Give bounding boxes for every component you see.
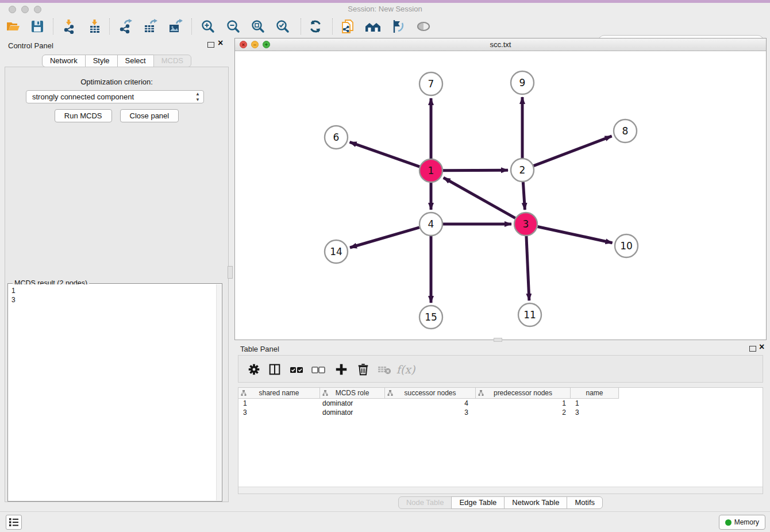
control-panel-title: Control Panel [8, 41, 53, 50]
zoom-fit-button[interactable] [249, 18, 267, 35]
table-settings-button[interactable] [247, 362, 261, 377]
create-column-button[interactable] [334, 362, 349, 377]
network-view-window: × − + scc.txt 7968124314101511 [234, 38, 767, 340]
gear-icon [247, 363, 261, 376]
float-panel-icon[interactable] [207, 42, 214, 48]
column-header-successor-nodes[interactable]: successor nodes [385, 388, 476, 399]
toolbar-separator [301, 18, 301, 34]
mcds-result-text[interactable]: 1 3 [9, 284, 215, 500]
tab-network-table[interactable]: Network Table [504, 496, 567, 509]
list-icon [9, 517, 19, 527]
window-title: Session: New Session [0, 5, 770, 13]
main-toolbar [0, 16, 770, 37]
graph-edge-3-10[interactable] [538, 226, 613, 242]
toolbar-separator [191, 18, 192, 34]
result-line: 3 [11, 295, 213, 304]
show-columns-button[interactable] [267, 362, 282, 377]
export-table-icon [143, 19, 157, 34]
graph-node-label-2: 2 [519, 164, 526, 176]
table-horizontal-scrollbar[interactable] [238, 487, 763, 494]
network-window-titlebar[interactable]: × − + scc.txt [235, 38, 766, 51]
network-graph: 7968124314101511 [235, 51, 766, 340]
zoom-selected-icon [275, 19, 290, 34]
open-folder-icon [6, 19, 21, 34]
result-scrollbar[interactable] [216, 284, 221, 500]
graph-edge-1-2[interactable] [443, 170, 508, 171]
graph-node-label-15: 15 [425, 311, 437, 323]
fx-icon: f(x) [396, 363, 415, 376]
column-header-mcds-role[interactable]: MCDS role [320, 388, 385, 399]
tab-edge-table[interactable]: Edge Table [451, 496, 505, 509]
graph-edge-3-1[interactable] [444, 178, 515, 218]
run-mcds-button[interactable]: Run MCDS [55, 109, 112, 122]
refresh-button[interactable] [307, 18, 324, 35]
horizontal-splitter-grip[interactable] [494, 338, 502, 342]
optimization-criterion-label: Optimization criterion: [5, 78, 228, 86]
graph-node-label-1: 1 [428, 165, 434, 176]
select-all-columns-button[interactable] [289, 362, 304, 377]
delete-table-button[interactable] [377, 362, 392, 377]
optimization-criterion-select[interactable]: strongly connected component ▲▼ [26, 90, 204, 103]
task-history-button[interactable] [6, 515, 22, 530]
close-panel-icon[interactable]: × [218, 38, 223, 48]
export-network-button[interactable] [117, 18, 134, 35]
clone-network-button[interactable] [339, 18, 356, 35]
graph-edge-4-14[interactable] [350, 228, 419, 248]
close-table-panel-icon[interactable]: × [759, 342, 764, 352]
hide-annotations-button[interactable] [389, 18, 406, 35]
zoom-out-button[interactable] [225, 18, 242, 35]
close-panel-button[interactable]: Close panel [120, 109, 179, 122]
tab-node-table[interactable]: Node Table [398, 496, 452, 509]
open-session-button[interactable] [5, 18, 22, 35]
export-image-button[interactable] [167, 18, 184, 35]
column-header-shared-name[interactable]: shared name [238, 388, 320, 399]
save-session-button[interactable] [29, 18, 46, 35]
float-table-panel-icon[interactable] [749, 346, 756, 352]
selected-option: strongly connected component [32, 92, 134, 101]
import-table-button[interactable] [86, 18, 103, 35]
hierarchy-icon [322, 390, 328, 396]
export-image-icon [168, 19, 183, 34]
graph-node-label-7: 7 [428, 78, 434, 90]
column-header-name[interactable]: name [571, 388, 619, 399]
export-table-button[interactable] [141, 18, 159, 35]
tab-select[interactable]: Select [117, 55, 154, 67]
graph-edge-1-6[interactable] [350, 142, 420, 167]
save-icon [30, 19, 45, 34]
delete-columns-button[interactable] [356, 362, 371, 377]
mcds-result-box: MCDS result (2 nodes) 1 3 [7, 283, 222, 502]
deselect-all-columns-button[interactable] [311, 362, 326, 377]
home-button[interactable] [364, 18, 382, 35]
tab-network[interactable]: Network [42, 55, 86, 67]
tab-style[interactable]: Style [85, 55, 118, 67]
control-panel: Control Panel × Network Style Select MCD… [0, 36, 233, 508]
table-row[interactable]: 1 dominator 4 1 1 [238, 399, 763, 408]
eye-icon [415, 19, 432, 34]
plus-icon [334, 363, 348, 376]
vertical-splitter-grip[interactable] [228, 266, 233, 279]
home-icon [364, 19, 382, 34]
graph-edge-2-8[interactable] [534, 136, 612, 166]
titlebar: Session: New Session [0, 3, 770, 16]
checked-boxes-icon [289, 362, 304, 377]
zoom-selected-button[interactable] [274, 18, 291, 35]
table-row[interactable]: 3 dominator 3 2 3 [238, 408, 763, 417]
function-builder-button[interactable]: f(x) [398, 362, 413, 377]
graph-edge-3-11[interactable] [526, 236, 529, 300]
hierarchy-icon [478, 390, 484, 396]
zoom-in-button[interactable] [199, 18, 217, 35]
show-graphics-button[interactable] [415, 18, 432, 35]
table-panel-title: Table Panel [240, 345, 279, 353]
graph-node-label-8: 8 [622, 125, 629, 137]
import-table-icon [87, 19, 102, 34]
column-header-predecessor-nodes[interactable]: predecessor nodes [476, 388, 571, 399]
memory-button[interactable]: Memory [719, 515, 765, 530]
network-canvas[interactable]: 7968124314101511 [235, 51, 766, 340]
graph-edge-2-3[interactable] [523, 182, 525, 210]
result-line: 1 [11, 286, 213, 295]
select-stepper-icon: ▲▼ [195, 91, 200, 103]
graph-node-label-3: 3 [523, 218, 529, 230]
tab-motifs[interactable]: Motifs [567, 496, 603, 509]
import-network-button[interactable] [60, 18, 78, 35]
tab-mcds[interactable]: MCDS [153, 55, 191, 67]
